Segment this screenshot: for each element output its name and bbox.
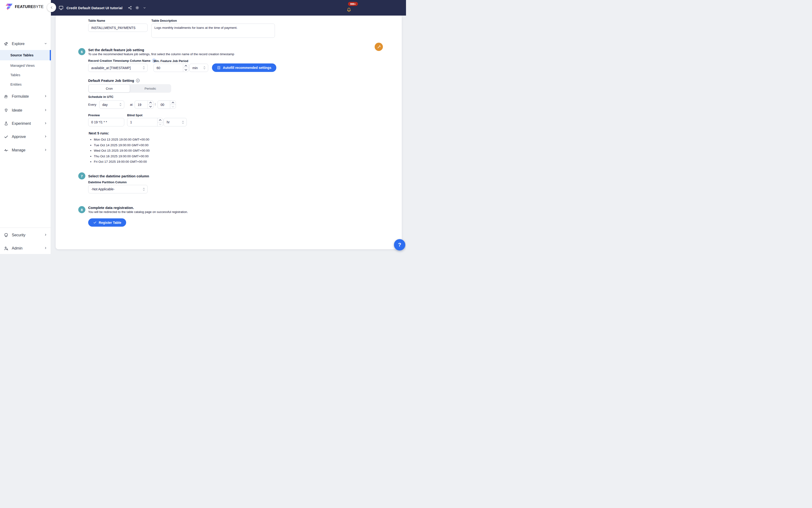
magic-wand-icon: [376, 45, 381, 49]
blind-spot-unit-select[interactable]: hr: [164, 118, 187, 126]
step-7-badge: 7: [78, 172, 85, 179]
sidebar-group-ideate[interactable]: Ideate: [0, 105, 51, 115]
notifications-bell-icon[interactable]: [346, 7, 352, 12]
pulse-icon: [4, 148, 8, 153]
flask-icon: [4, 121, 8, 126]
next-run-item: Wed Oct 15 2025 19:00:00 GMT+00:00: [94, 149, 150, 152]
select-chevrons-icon: [119, 103, 122, 107]
datetime-partition-column-label: Datetime Partition Column: [88, 180, 127, 184]
schedule-in-utc-label: Schedule in UTC: [88, 95, 114, 98]
tab-periodic[interactable]: Periodic: [130, 85, 171, 92]
cron-preview-input[interactable]: 0 19 */1 * *: [88, 118, 124, 126]
stepper-up-icon[interactable]: [183, 64, 189, 68]
sidebar-item-entities[interactable]: Entities: [0, 80, 51, 89]
magic-wand-button[interactable]: [375, 43, 383, 51]
next-runs-label: Next 5 runs:: [89, 131, 109, 135]
active-indicator-bar: [50, 50, 51, 60]
help-button[interactable]: ?: [394, 239, 405, 250]
min-feature-job-period-label: Min. Feature Job Period: [153, 59, 188, 63]
sidebar-group-formulate[interactable]: Formulate: [0, 92, 51, 101]
chevron-down-icon[interactable]: [143, 6, 146, 9]
sidebar-divider: [0, 227, 51, 228]
chevron-right-icon: [44, 108, 47, 113]
next-run-item: Tue Oct 14 2025 19:00:00 GMT+00:00: [94, 143, 150, 147]
table-description-input[interactable]: Logs monthly installments for loans at t…: [151, 24, 275, 38]
monitor-icon: [58, 5, 64, 10]
stepper-down-icon[interactable]: [183, 68, 189, 72]
table-name-input[interactable]: INSTALLMENTS_PAYMENTS: [88, 24, 148, 32]
sidebar-group-security[interactable]: Security: [0, 230, 51, 240]
next-runs-list: Mon Oct 13 2025 19:00:00 GMT+00:00 Tue O…: [89, 138, 150, 166]
select-chevrons-icon: [182, 121, 184, 124]
every-label: Every: [88, 103, 96, 107]
chevron-right-icon: [44, 233, 47, 237]
job-setting-tabs: Cron Periodic: [88, 84, 171, 93]
shield-check-icon: [4, 233, 8, 238]
stepper-up-icon[interactable]: [157, 118, 163, 122]
step-6-subtitle: To use the recommended feature job setti…: [88, 52, 234, 56]
stepper-up-icon[interactable]: [148, 101, 153, 104]
preview-label: Preview: [88, 114, 100, 117]
blind-spot-label: Blind Spot: [127, 114, 142, 117]
sidebar-group-approve[interactable]: Approve: [0, 132, 51, 141]
sidebar-group-admin[interactable]: Admin: [0, 244, 51, 253]
table-name-label: Table Name: [88, 19, 105, 23]
featurebyte-logo: FEATUREBYTE: [5, 3, 44, 11]
stepper-down-icon[interactable]: [157, 122, 163, 126]
min-period-unit-select[interactable]: min: [189, 64, 208, 72]
autofill-recommended-settings-button[interactable]: Autofill recommended settings: [212, 64, 276, 72]
next-run-item: Mon Oct 13 2025 19:00:00 GMT+00:00: [94, 138, 150, 141]
sidebar-group-experiment[interactable]: Experiment: [0, 119, 51, 128]
record-creation-timestamp-label: Record Creation Timestamp Column Name: [88, 59, 150, 62]
schedule-interval-select[interactable]: day: [99, 100, 124, 109]
record-creation-timestamp-select[interactable]: available_at [TIMESTAMP]: [88, 64, 148, 72]
sidebar-group-manage[interactable]: Manage: [0, 145, 51, 155]
next-run-item: Thu Oct 16 2025 19:00:00 GMT+00:00: [94, 155, 150, 158]
tab-cron[interactable]: Cron: [89, 84, 130, 92]
next-run-item: Fri Oct 17 2025 19:00:00 GMT+00:00: [94, 160, 150, 163]
chevron-right-icon: [44, 148, 47, 152]
share-icon[interactable]: [128, 6, 132, 10]
step-8-subtitle: You will be redirected to the table cata…: [88, 210, 188, 214]
sidebar: FEATUREBYTE Explore Source Tables Manage…: [0, 0, 51, 254]
register-table-button[interactable]: Register Table: [88, 218, 126, 227]
notification-count-badge[interactable]: 999+: [348, 2, 358, 6]
sidebar-item-source-tables[interactable]: Source Tables: [0, 50, 51, 60]
select-chevrons-icon: [143, 187, 145, 191]
select-chevrons-icon: [203, 66, 206, 70]
chevron-right-icon: [44, 135, 47, 139]
collapse-sidebar-button[interactable]: [47, 3, 56, 12]
schedule-minute-stepper[interactable]: 00: [157, 100, 176, 109]
sidebar-item-managed-views[interactable]: Managed Views: [0, 61, 51, 70]
chevron-down-icon: [44, 42, 47, 46]
lightbulb-icon: [4, 108, 8, 113]
user-search-icon: [4, 246, 8, 251]
default-feature-job-setting-label: Default Feature Job Setting: [88, 79, 134, 83]
step-8-badge: 8: [78, 206, 85, 213]
check-icon: [4, 134, 8, 139]
stepper-down-icon[interactable]: [148, 104, 153, 109]
featurebyte-logo-text: FEATUREBYTE: [15, 4, 44, 9]
chevron-right-icon: [44, 246, 47, 250]
select-chevrons-icon: [143, 66, 145, 70]
gear-icon[interactable]: [135, 5, 140, 10]
sidebar-group-explore[interactable]: Explore: [0, 39, 51, 49]
catalog-title: Credit Default Dataset UI tutorial: [66, 6, 123, 10]
datetime-partition-select[interactable]: -Not Applicable-: [88, 185, 148, 194]
step-8-title: Complete data registration.: [88, 206, 134, 210]
stepper-down-icon[interactable]: [170, 104, 176, 109]
chevron-right-icon: [44, 122, 47, 126]
sidebar-item-tables[interactable]: Tables: [0, 70, 51, 80]
blind-spot-stepper[interactable]: 1: [127, 118, 163, 126]
min-period-stepper[interactable]: 60: [153, 64, 189, 72]
step-6-title: Set the default feature job setting: [88, 48, 144, 52]
table-description-label: Table Description: [151, 19, 177, 23]
head-gear-icon: [4, 94, 8, 99]
at-label: at: [130, 103, 133, 107]
chevron-right-icon: [44, 94, 47, 98]
telescope-icon: [4, 42, 8, 46]
featurebyte-logo-mark: [5, 3, 13, 10]
schedule-hour-stepper[interactable]: 19: [135, 100, 153, 109]
stepper-up-icon[interactable]: [170, 101, 176, 104]
info-icon[interactable]: i: [136, 79, 140, 82]
